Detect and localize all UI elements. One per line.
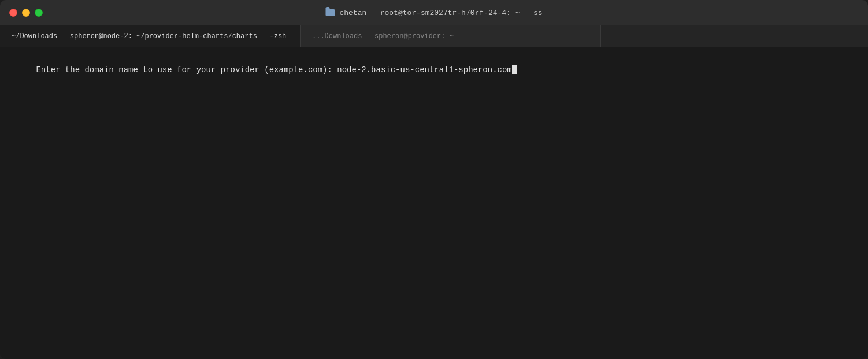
tab-2-label: ...Downloads — spheron@provider: ~ bbox=[312, 32, 454, 40]
minimize-button[interactable] bbox=[22, 9, 30, 17]
window-title: chetan — root@tor-sm2027tr-h70rf-24-4: ~… bbox=[339, 9, 542, 17]
close-button[interactable] bbox=[9, 9, 17, 17]
terminal-content[interactable]: Enter the domain name to use for your pr… bbox=[0, 47, 868, 359]
title-bar: chetan — root@tor-sm2027tr-h70rf-24-4: ~… bbox=[0, 0, 868, 25]
tab-2[interactable]: ...Downloads — spheron@provider: ~ bbox=[301, 25, 601, 47]
terminal-window: chetan — root@tor-sm2027tr-h70rf-24-4: ~… bbox=[0, 0, 868, 359]
maximize-button[interactable] bbox=[35, 9, 43, 17]
tab-1-label: ~/Downloads — spheron@node-2: ~/provider… bbox=[12, 32, 286, 40]
terminal-cursor bbox=[512, 65, 517, 74]
window-controls bbox=[9, 9, 43, 17]
title-bar-text: chetan — root@tor-sm2027tr-h70rf-24-4: ~… bbox=[325, 9, 542, 17]
folder-icon bbox=[325, 9, 335, 16]
terminal-text: Enter the domain name to use for your pr… bbox=[36, 65, 511, 74]
terminal-output-line: Enter the domain name to use for your pr… bbox=[7, 52, 861, 88]
tab-1[interactable]: ~/Downloads — spheron@node-2: ~/provider… bbox=[0, 25, 301, 47]
tab-bar: ~/Downloads — spheron@node-2: ~/provider… bbox=[0, 25, 868, 47]
